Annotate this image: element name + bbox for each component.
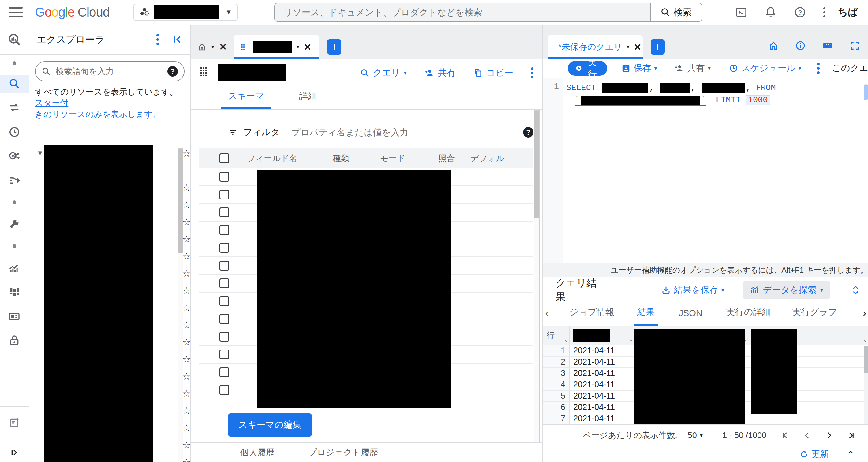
more-options-icon[interactable] (823, 7, 826, 18)
new-tab-button[interactable]: + (327, 39, 341, 55)
row-checkbox[interactable] (219, 243, 229, 253)
star-icon[interactable]: ☆ (182, 440, 191, 450)
query-table-button[interactable]: クエリ▾ (360, 67, 407, 79)
tab-results[interactable]: 結果 (634, 306, 658, 326)
row-checkbox[interactable] (219, 350, 229, 359)
star-icon[interactable]: ☆ (182, 320, 191, 330)
per-page-select[interactable]: 50▾ (688, 431, 703, 440)
star-icon[interactable]: ☆ (182, 457, 191, 462)
home-tab[interactable]: ▾ ✕ (191, 35, 234, 59)
rail-item-migration[interactable] (0, 168, 29, 193)
star-icon[interactable]: ☆ (182, 199, 191, 210)
close-tab-icon[interactable]: ✕ (219, 42, 227, 52)
query-more-icon[interactable] (817, 63, 819, 74)
row-checkbox[interactable] (219, 385, 229, 395)
rail-item-capacity[interactable] (0, 280, 29, 304)
personal-history-tab[interactable]: 個人履歴 (240, 447, 275, 458)
unsaved-query-tab[interactable]: *未保存のクエリ ▾ ✕ (548, 35, 643, 59)
next-page-icon[interactable] (825, 431, 834, 440)
schema-scrollbar[interactable] (534, 110, 539, 442)
row-checkbox[interactable] (219, 332, 229, 342)
close-tab-icon[interactable]: ✕ (634, 42, 642, 52)
select-all-checkbox[interactable] (219, 153, 229, 163)
hamburger-menu-icon[interactable] (9, 7, 23, 18)
star-icon[interactable]: ☆ (182, 216, 191, 227)
share-table-button[interactable]: 共有 (425, 67, 456, 79)
global-search-button[interactable]: 検索 (650, 3, 702, 21)
cloud-shell-icon[interactable] (735, 6, 747, 19)
first-page-icon[interactable] (780, 431, 789, 440)
copy-table-button[interactable]: コピー (473, 67, 513, 79)
explorer-search-input[interactable] (56, 67, 162, 76)
chevron-down-icon[interactable]: ▾ (212, 44, 214, 50)
chevron-down-icon[interactable]: ▾ (627, 44, 629, 50)
filter-help-icon[interactable]: ? (523, 127, 533, 138)
keyboard-shortcuts-icon[interactable] (822, 40, 833, 51)
col-resize-icon[interactable] (628, 339, 633, 343)
row-checkbox[interactable] (219, 367, 229, 377)
run-query-button[interactable]: 実行 (568, 61, 607, 76)
row-checkbox[interactable] (219, 172, 229, 182)
starred-only-link-2[interactable]: きのリソースのみを表示します。 (35, 110, 161, 119)
tabs-scroll-right-icon[interactable]: › (863, 307, 866, 326)
chevron-down-icon[interactable]: ▾ (297, 44, 299, 50)
fullscreen-icon[interactable] (850, 40, 860, 51)
star-icon[interactable]: ☆ (182, 354, 191, 365)
rail-item-bi-engine[interactable] (0, 304, 29, 328)
close-tab-icon[interactable]: ✕ (304, 42, 311, 52)
star-icon[interactable]: ☆ (182, 234, 191, 244)
global-search-input[interactable] (275, 3, 650, 21)
rail-item-scheduled-queries[interactable] (0, 120, 29, 144)
starred-only-link[interactable]: スター付 (35, 98, 68, 108)
star-icon[interactable]: ☆ (182, 148, 191, 159)
save-query-button[interactable]: 保存▾ (621, 62, 657, 75)
expand-collapse-icon[interactable] (851, 283, 860, 297)
star-icon[interactable]: ☆ (182, 388, 191, 399)
refresh-button[interactable]: 更新 (800, 448, 829, 460)
row-checkbox[interactable] (219, 296, 229, 306)
row-checkbox[interactable] (219, 261, 229, 270)
save-results-button[interactable]: 結果を保存▾ (661, 284, 724, 296)
expand-rail-icon[interactable] (0, 440, 29, 462)
account-avatar[interactable]: ちば (838, 5, 858, 19)
row-checkbox[interactable] (219, 279, 229, 288)
table-tab-active[interactable]: ▾ ✕ (234, 35, 319, 59)
tab-details[interactable]: 詳細 (292, 90, 323, 109)
star-icon[interactable]: ☆ (182, 337, 191, 347)
rail-item-transfers[interactable] (0, 95, 29, 120)
schema-filter-input[interactable] (291, 127, 517, 138)
editor-scrollbar[interactable] (864, 81, 868, 117)
star-icon[interactable]: ☆ (182, 371, 191, 382)
results-scrollbar[interactable] (864, 346, 868, 424)
prev-page-icon[interactable] (803, 431, 812, 440)
tab-execution-graph[interactable]: 実行グラフ (789, 306, 840, 326)
row-checkbox[interactable] (219, 190, 229, 199)
col-resize-icon[interactable] (563, 339, 568, 343)
edit-schema-button[interactable]: スキーマの編集 (228, 413, 312, 437)
notifications-bell-icon[interactable] (765, 6, 777, 19)
tab-schema[interactable]: スキーマ (221, 90, 271, 109)
row-checkbox[interactable] (219, 314, 229, 324)
tab-execution-details[interactable]: 実行の詳細 (723, 306, 774, 326)
collapse-results-icon[interactable]: ⌃ (847, 450, 854, 459)
sql-editor[interactable]: 1 SELECT , , , FROM `` LIMIT 1000 (542, 78, 868, 263)
explorer-more-icon[interactable] (156, 34, 159, 45)
explorer-scrollbar[interactable] (178, 148, 183, 462)
row-checkbox[interactable] (219, 225, 229, 235)
explore-data-button[interactable]: データを探索▾ (743, 281, 830, 299)
table-more-icon[interactable] (531, 67, 533, 79)
rail-item-administration[interactable] (0, 212, 29, 236)
star-icon[interactable]: ☆ (182, 268, 191, 279)
rail-item-governance[interactable] (0, 328, 29, 353)
collapse-panel-icon[interactable] (172, 34, 183, 45)
tab-job-info[interactable]: ジョブ情報 (566, 306, 617, 326)
project-selector[interactable]: ▼ (133, 4, 238, 21)
search-help-icon[interactable]: ? (167, 66, 178, 77)
rail-item-release-notes[interactable] (0, 410, 29, 435)
star-icon[interactable]: ☆ (182, 182, 191, 193)
star-icon[interactable]: ☆ (182, 285, 191, 296)
project-history-tab[interactable]: プロジェクト履歴 (308, 447, 378, 458)
new-query-tab-button[interactable]: + (651, 39, 665, 55)
star-icon[interactable]: ☆ (182, 251, 191, 262)
row-checkbox[interactable] (219, 207, 229, 217)
